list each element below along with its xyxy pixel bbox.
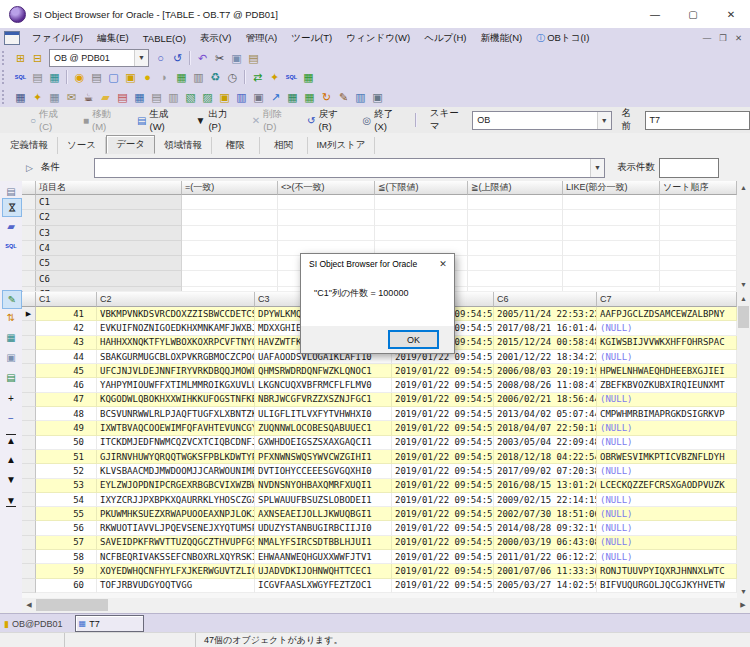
filter-cell[interactable] bbox=[563, 210, 660, 225]
grid-cell-c6[interactable]: 2001/12/22 18:34:22 bbox=[494, 350, 597, 364]
grid-cell-c2[interactable]: IXWTBVAQCOOEWIMFQFAVHTEVUNCGYW bbox=[97, 421, 255, 435]
filter-cell[interactable] bbox=[563, 271, 660, 286]
filter-cell[interactable] bbox=[563, 226, 660, 241]
filter-header-項目名[interactable]: 項目名 bbox=[36, 181, 182, 195]
grid-cell-c7[interactable]: (NULL) bbox=[597, 507, 737, 521]
sort-icon[interactable]: ⇅ bbox=[2, 309, 20, 326]
filter-item-name[interactable]: C7 bbox=[36, 287, 182, 291]
grid-cell-c1[interactable]: 44 bbox=[36, 350, 97, 364]
grid-cell-c2[interactable]: BCSVUNRWWLRLPJAQFTUGFXLXBNTZKG bbox=[97, 407, 255, 421]
grid-cell-c2[interactable]: EYLZWJOPDNIPCRGEXRBGBCVIXWZBWT bbox=[97, 479, 255, 493]
grid-cell-c3[interactable]: SPLWAUUFBSUZSLOBODEI1 bbox=[255, 493, 392, 507]
grid-cell-c5[interactable]: 2019/01/22 09:54:51 bbox=[392, 436, 494, 450]
grid-cell-c1[interactable]: 45 bbox=[36, 364, 97, 378]
filter-cell[interactable] bbox=[375, 226, 468, 241]
pencil-icon[interactable]: ✎ bbox=[2, 290, 22, 309]
grid-cell-c7[interactable]: (NULL) bbox=[597, 350, 737, 364]
scroll-right-icon[interactable]: ▶ bbox=[736, 598, 750, 612]
window-cascade-icon[interactable]: ▣ bbox=[250, 89, 267, 105]
grid-cell-c6[interactable]: 2017/09/02 07:20:38 bbox=[494, 464, 597, 478]
grid-cell-c6[interactable]: 2018/04/07 22:50:18 bbox=[494, 421, 597, 435]
filter-cell[interactable] bbox=[468, 271, 563, 286]
export-csv-icon[interactable]: ▤ bbox=[2, 369, 20, 386]
grid-cell-c1[interactable]: 48 bbox=[36, 407, 97, 421]
grid-cell-c1[interactable]: 60 bbox=[36, 579, 97, 593]
filter-cell[interactable] bbox=[182, 256, 278, 271]
grid-cell-c6[interactable]: 2006/08/03 20:19:19 bbox=[494, 364, 597, 378]
filter-cell[interactable] bbox=[660, 210, 737, 225]
maximize-button[interactable]: ▢ bbox=[674, 0, 712, 28]
grid-cell-c2[interactable]: KQGODWLQBOKHXXWIHKKUFOGSTNFKBP bbox=[97, 393, 255, 407]
grid-cell-c5[interactable]: 2019/01/22 09:54:51 bbox=[392, 407, 494, 421]
grid-cell-c6[interactable]: 2003/05/04 22:09:48 bbox=[494, 436, 597, 450]
grid-cell-c6[interactable]: 2009/02/15 22:14:15 bbox=[494, 493, 597, 507]
grid-cell-c6[interactable]: 2018/12/18 04:22:54 bbox=[494, 450, 597, 464]
menu-item-3[interactable]: 表示(V) bbox=[193, 32, 239, 45]
tab-ソース[interactable]: ソース bbox=[58, 137, 106, 154]
duplicate-icon[interactable]: ▥ bbox=[190, 69, 207, 85]
grid-cell-c6[interactable]: 2001/07/06 11:33:30 bbox=[494, 564, 597, 578]
grid-cell-c1[interactable]: 47 bbox=[36, 393, 97, 407]
grid-cell-c5[interactable]: 2019/01/22 09:54:51 bbox=[392, 579, 494, 593]
grid-cell-c5[interactable]: 2019/01/22 09:54:51 bbox=[392, 393, 494, 407]
grid-cell-c5[interactable]: 2019/01/22 09:54:51 bbox=[392, 421, 494, 435]
table-row-45[interactable]: 45UFCJNJVLDEJNNFIRYVRKDBQQJMOWLCQHMSRWDR… bbox=[22, 364, 737, 378]
table-row-52[interactable]: 52KLVSBAACMDJMWDOOMJJCARWOUNIMEIDVTIOHYC… bbox=[22, 464, 737, 478]
menu-item-2[interactable]: TABLE(O) bbox=[136, 33, 193, 44]
table-calendar-icon[interactable]: ▦ bbox=[46, 89, 63, 105]
cut-icon[interactable]: ✂ bbox=[211, 50, 228, 66]
user-icon[interactable]: ◉ bbox=[71, 69, 88, 85]
table-grid-icon[interactable]: ▦ bbox=[12, 89, 29, 105]
grid-header-C6[interactable]: C6 bbox=[494, 292, 597, 307]
grid-cell-c2[interactable]: PKUWMHKSUEZXRWAPUOOEAXNPJLOKJR bbox=[97, 507, 255, 521]
menu-item-7[interactable]: ヘルプ(H) bbox=[417, 32, 473, 45]
grid-cell-c7[interactable]: (NULL) bbox=[597, 393, 737, 407]
filter-cell[interactable] bbox=[182, 210, 278, 225]
info-window-icon[interactable]: ▣ bbox=[369, 89, 386, 105]
grid-cell-c6[interactable]: 2005/11/24 22:53:22 bbox=[494, 307, 597, 321]
memory-icon[interactable]: ▦ bbox=[173, 69, 190, 85]
table-row-49[interactable]: 49IXWTBVAQCOOEWIMFQFAVHTEVUNCGYWZUQNNWLO… bbox=[22, 421, 737, 435]
filter-cell[interactable] bbox=[563, 195, 660, 210]
grid-cell-c2[interactable]: SAVEIDPKFRWVTTUZQQGCZTHVUPFGSS bbox=[97, 536, 255, 550]
mdi-child-icon[interactable] bbox=[4, 31, 20, 45]
filter-cell[interactable] bbox=[660, 256, 737, 271]
dialog-close-icon[interactable]: ✕ bbox=[432, 254, 454, 273]
grid-cell-c7[interactable]: RONJTUUVPYIQXRJHNNXLWTC bbox=[597, 564, 737, 578]
table-row-56[interactable]: 56RKWUOTIAVVLJPQEVSENEJXYQTUMSPEUDUZYSTA… bbox=[22, 521, 737, 535]
grid-cell-c1[interactable]: 43 bbox=[36, 336, 97, 350]
grid-cell-c5[interactable]: 2019/01/22 09:54:51 bbox=[392, 479, 494, 493]
table-sum-icon[interactable]: ▦ bbox=[301, 89, 318, 105]
filter-icon[interactable]: ⋈ bbox=[2, 198, 22, 217]
computer-icon[interactable]: ▢ bbox=[105, 69, 122, 85]
filter-header-≦(下限値)[interactable]: ≦(下限値) bbox=[375, 181, 468, 195]
grid-cell-c5[interactable]: 2019/01/22 09:54:51 bbox=[392, 536, 494, 550]
filter-cell[interactable] bbox=[660, 241, 737, 256]
scroll-down-icon[interactable]: ▼ bbox=[737, 278, 750, 291]
minimize-button[interactable]: — bbox=[636, 0, 674, 28]
last-row-icon[interactable]: ▼ bbox=[2, 492, 20, 509]
name-field[interactable]: T7 bbox=[645, 111, 750, 130]
grid-cell-c7[interactable]: LCECKQZZEFCRSXGAODPVUZK bbox=[597, 479, 737, 493]
chevron-down-icon[interactable]: ▼ bbox=[134, 50, 148, 66]
action-button-5[interactable]: ↺戻す(R) bbox=[307, 108, 351, 132]
filter-cell[interactable] bbox=[563, 256, 660, 271]
grid-cell-c7[interactable]: BIFVUQURGOLJQCGJKYHVETW bbox=[597, 579, 737, 593]
grid-cell-c1[interactable]: 54 bbox=[36, 493, 97, 507]
grid-cell-c2[interactable]: VBKMPVNKDSVRCDOXZZISBWCCDETCSI bbox=[97, 307, 255, 321]
grid-cell-c7[interactable]: (NULL) bbox=[597, 436, 737, 450]
filter-header-=(一致)[interactable]: =(一致) bbox=[182, 181, 278, 195]
table-row-55[interactable]: 55PKUWMHKSUEZXRWAPUOOEAXNPJLOKJRAXNSEAEI… bbox=[22, 507, 737, 521]
grid-cell-c3[interactable]: ICGVFAASLXWGYFEZTZOC1 bbox=[255, 579, 392, 593]
grid-header-marker[interactable] bbox=[22, 292, 36, 307]
grid-cell-c1[interactable]: 55 bbox=[36, 507, 97, 521]
filter-cell[interactable] bbox=[563, 287, 660, 291]
segment-icon[interactable]: ◗ bbox=[156, 69, 173, 85]
grid-cell-c6[interactable]: 2011/01/22 06:12:23 bbox=[494, 550, 597, 564]
menu-item-6[interactable]: ウィンドウ(W) bbox=[339, 32, 417, 45]
grid-cell-c1[interactable]: 42 bbox=[36, 321, 97, 335]
filter-cell[interactable] bbox=[278, 210, 375, 225]
eraser-icon[interactable]: ▰ bbox=[2, 218, 20, 235]
folder-icon[interactable]: ▰ bbox=[97, 89, 114, 105]
grid-cell-c6[interactable]: 2014/08/28 09:32:19 bbox=[494, 521, 597, 535]
